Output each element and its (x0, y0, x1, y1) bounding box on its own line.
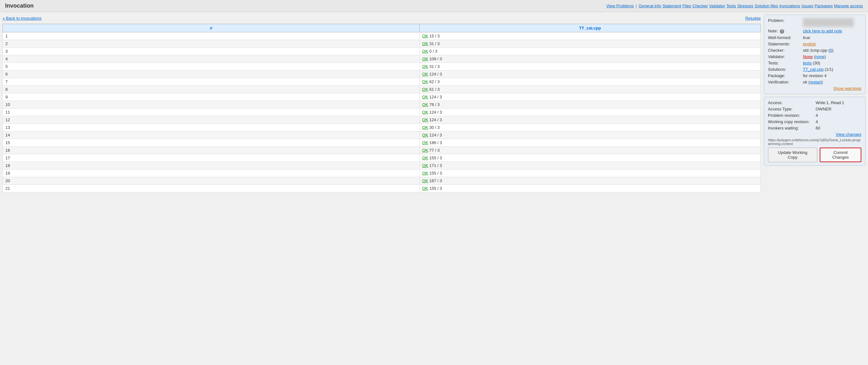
nav-solution-files[interactable]: Solution files (755, 3, 778, 8)
table-row: 20 OK 187 / 3 (3, 177, 761, 185)
row-score: 186 / 3 (429, 140, 442, 145)
validator-none-link[interactable]: None (803, 54, 813, 59)
verification-restart-link[interactable]: restart (810, 80, 822, 85)
access-type-label: Access Type: (768, 107, 816, 111)
commit-changes-button[interactable]: Commit Changes (820, 147, 861, 162)
invokers-label: Invokers waiting: (768, 126, 816, 130)
nav-packages[interactable]: Packages (815, 3, 833, 8)
ok-link[interactable]: OK (422, 49, 428, 54)
show-warnings-link[interactable]: Show warnings (833, 86, 861, 91)
row-score: 155 / 3 (429, 171, 442, 175)
table-row: 11 OK 124 / 3 (3, 108, 761, 116)
ok-link[interactable]: OK (422, 171, 428, 175)
ok-link[interactable]: OK (422, 186, 428, 191)
col-hash: # (3, 24, 420, 32)
nav-manage-access[interactable]: Manage access (834, 3, 863, 8)
problem-row: Problem: (768, 18, 861, 27)
view-changes-link[interactable]: View changes (836, 132, 861, 137)
row-score: 155 / 3 (429, 156, 442, 160)
ok-link[interactable]: OK (422, 148, 428, 153)
row-num: 1 (3, 32, 420, 40)
row-status: OK 78 / 3 (420, 101, 761, 108)
invokers-value: 60 (816, 126, 820, 130)
ok-link[interactable]: OK (422, 34, 428, 38)
table-row: 5 OK 31 / 3 (3, 63, 761, 70)
tests-label: Tests: (768, 61, 803, 65)
nav-invocations[interactable]: Invocations (779, 3, 800, 8)
row-status: OK 124 / 3 (420, 131, 761, 139)
note-label: Note: ? (768, 29, 803, 34)
problem-value (803, 18, 861, 27)
solutions-row: Solutions: TT_cat.cpp (1/1) (768, 67, 861, 72)
ok-link[interactable]: OK (422, 178, 428, 183)
ok-link[interactable]: OK (422, 102, 428, 107)
table-row: 19 OK 155 / 3 (3, 169, 761, 177)
validator-value: None (none) (803, 54, 861, 59)
ok-link[interactable]: OK (422, 140, 428, 145)
rejudge-link[interactable]: Rejudge (745, 16, 761, 21)
row-score: 124 / 3 (429, 72, 442, 76)
access-label: Access: (768, 100, 816, 105)
problem-blurred (803, 18, 854, 27)
problem-revision-value: 4 (816, 113, 818, 118)
row-num: 13 (3, 124, 420, 131)
ok-link[interactable]: OK (422, 133, 428, 137)
row-status: OK 31 / 3 (420, 63, 761, 70)
validator-none-paren-link[interactable]: none (815, 54, 825, 59)
show-warnings-row: Show warnings (768, 86, 861, 91)
nav-issues[interactable]: Issues (801, 3, 813, 8)
update-working-copy-button[interactable]: Update Working Copy (768, 147, 817, 162)
ok-link[interactable]: OK (422, 57, 428, 61)
row-num: 16 (3, 146, 420, 154)
nav-checker[interactable]: Checker (692, 3, 708, 8)
checker-link[interactable]: 0 (830, 48, 832, 53)
nav-statement[interactable]: Statement (662, 3, 681, 8)
row-status: OK 77 / 3 (420, 146, 761, 154)
nav-view-problems[interactable]: View Problems (607, 3, 634, 8)
nav-tests[interactable]: Tests (726, 3, 736, 8)
ok-link[interactable]: OK (422, 110, 428, 114)
access-value: Write:1, Read:1 (816, 100, 844, 105)
checker-label: Checker: (768, 48, 803, 53)
table-row: 12 OK 124 / 3 (3, 116, 761, 124)
row-score: 15 / 3 (429, 34, 440, 38)
row-score: 61 / 3 (429, 87, 440, 92)
working-copy-label: Working copy revision: (768, 119, 816, 124)
ok-link[interactable]: OK (422, 41, 428, 46)
right-panel: Problem: Note: ? click here to add note … (764, 14, 865, 192)
back-to-invocations-link[interactable]: « Back to invocations (3, 16, 41, 21)
row-score: 62 / 3 (429, 79, 440, 84)
ok-link[interactable]: OK (422, 95, 428, 99)
verification-value: ok (restart) (803, 80, 861, 85)
note-help-icon[interactable]: ? (780, 29, 784, 34)
nav-validator[interactable]: Validator (709, 3, 725, 8)
row-num: 3 (3, 47, 420, 55)
solutions-link[interactable]: TT_cat.cpp (803, 67, 824, 72)
ok-link[interactable]: OK (422, 163, 428, 168)
table-row: 8 OK 61 / 3 (3, 86, 761, 93)
nav-general-info[interactable]: General info (639, 3, 661, 8)
add-note-link[interactable]: click here to add note (803, 29, 842, 33)
package-row: Package: for revision 4 (768, 73, 861, 78)
row-num: 12 (3, 116, 420, 124)
table-row: 10 OK 78 / 3 (3, 101, 761, 108)
statements-link[interactable]: english (803, 41, 816, 46)
row-num: 6 (3, 70, 420, 78)
row-status: OK 30 / 3 (420, 124, 761, 131)
row-num: 15 (3, 139, 420, 146)
nav-files[interactable]: Files (683, 3, 691, 8)
ok-link[interactable]: OK (422, 79, 428, 84)
row-status: OK 171 / 3 (420, 162, 761, 169)
ok-link[interactable]: OK (422, 72, 428, 76)
statements-label: Statements: (768, 41, 803, 46)
ok-link[interactable]: OK (422, 125, 428, 130)
row-score: 187 / 3 (429, 178, 442, 183)
tests-link[interactable]: tests (803, 61, 811, 65)
ok-link[interactable]: OK (422, 87, 428, 92)
row-score: 78 / 3 (429, 102, 440, 107)
ok-link[interactable]: OK (422, 118, 428, 122)
nav-stresses[interactable]: Stresses (737, 3, 753, 8)
ok-link[interactable]: OK (422, 64, 428, 69)
ok-link[interactable]: OK (422, 156, 428, 160)
row-status: OK 124 / 3 (420, 93, 761, 101)
